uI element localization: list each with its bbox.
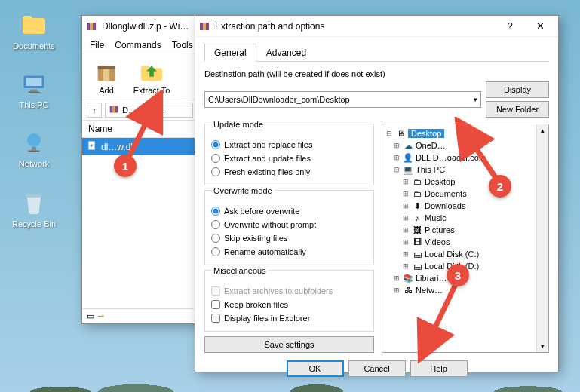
winrar-icon	[198, 20, 210, 32]
menu-tools[interactable]: Tools	[172, 40, 193, 51]
menu-file[interactable]: File	[90, 40, 104, 51]
file-row[interactable]: dl…w.dll	[82, 138, 198, 155]
tree-node-music[interactable]: ⊞♪Music	[384, 212, 547, 224]
destination-path-input[interactable]: C:\Users\DllDownloader_com\Desktop ▾	[204, 91, 481, 108]
desktop-icon-label: Network	[8, 159, 60, 168]
tab-general[interactable]: General	[204, 44, 256, 62]
disk-icon: 🖴	[412, 261, 422, 271]
winrar-titlebar[interactable]: Dllonglw.dll.zip - Wi…	[82, 16, 198, 37]
save-settings-button[interactable]: Save settings	[204, 336, 374, 353]
opt-display-explorer[interactable]: Display files in Explorer	[211, 311, 367, 325]
opt-fresh-only[interactable]: Fresh existing files only	[211, 165, 367, 179]
tool-label: Extract To	[130, 86, 173, 95]
scroll-up-icon[interactable]: ▴	[537, 124, 548, 136]
opt-extract-replace[interactable]: Extract and replace files	[211, 138, 367, 152]
display-button[interactable]: Display	[486, 81, 549, 98]
network-icon: 🖧	[403, 285, 413, 296]
tree-node-thispc[interactable]: ⊟💻This PC	[384, 164, 547, 176]
desktop-icon-documents[interactable]: Documents	[8, 11, 60, 51]
pictures-icon: 🖼	[412, 225, 422, 235]
network-icon	[20, 128, 48, 157]
opt-keep-broken[interactable]: Keep broken files	[211, 298, 367, 311]
opt-no-prompt[interactable]: Overwrite without prompt	[211, 218, 367, 231]
checkbox-input[interactable]	[211, 300, 220, 309]
group-legend: Update mode	[211, 120, 265, 129]
desktop-icon: 🖥	[395, 128, 406, 139]
path-box[interactable]: D…glw.dl…	[105, 103, 193, 118]
desktop-icon-network[interactable]: Network	[8, 128, 60, 168]
radio-input[interactable]	[211, 247, 220, 256]
tree-node-pictures[interactable]: ⊞🖼Pictures	[384, 224, 547, 236]
tree-scrollbar[interactable]: ▴ ▾	[536, 124, 548, 352]
menu-commands[interactable]: Commands	[115, 40, 161, 51]
svg-rect-6	[29, 151, 40, 152]
list-header-name[interactable]: Name	[82, 121, 198, 138]
annotation-3: 3	[447, 264, 469, 286]
group-legend: Miscellaneous	[211, 266, 269, 275]
desktop-icon-label: Recycle Bin	[8, 219, 60, 228]
tool-add[interactable]: Add	[84, 57, 129, 96]
misc-group: Miscellaneous Extract archives to subfol…	[204, 270, 374, 332]
cancel-button[interactable]: Cancel	[348, 360, 406, 377]
winrar-icon	[85, 20, 97, 32]
tab-advanced[interactable]: Advanced	[256, 44, 316, 62]
downloads-icon: ⬇	[412, 201, 422, 211]
svg-rect-9	[90, 23, 93, 30]
folder-icon: 🗀	[412, 188, 422, 199]
up-button[interactable]: ↑	[87, 103, 102, 118]
tree-node-videos[interactable]: ⊞🎞Videos	[384, 236, 547, 248]
tree-node-user[interactable]: ⊞👤DLL D…oader.com	[384, 152, 547, 164]
archive-small-icon	[109, 104, 119, 116]
folder-tree[interactable]: ⊟🖥Desktop ⊞☁OneD… ⊞👤DLL D…oader.com ⊟💻Th…	[382, 124, 549, 353]
overwrite-mode-group: Overwrite mode Ask before overwrite Over…	[204, 190, 374, 265]
chevron-down-icon[interactable]: ▾	[474, 96, 477, 103]
tree-node-desktop[interactable]: ⊟🖥Desktop	[384, 127, 547, 139]
update-mode-group: Update mode Extract and replace files Ex…	[204, 124, 374, 185]
extract-titlebar[interactable]: Extraction path and options ? ✕	[195, 16, 558, 37]
annotation-2: 2	[489, 175, 511, 198]
key-icon: ⊸	[97, 311, 104, 321]
svg-rect-14	[112, 106, 115, 113]
close-button[interactable]: ✕	[525, 17, 555, 35]
path-label: D…glw.dl…	[122, 106, 165, 115]
desktop-icon-thispc[interactable]: This PC	[8, 69, 60, 109]
new-folder-button[interactable]: New Folder	[486, 101, 549, 118]
desktop-icon-label: Documents	[8, 41, 60, 51]
winrar-menubar: File Commands Tools	[82, 37, 198, 54]
extract-title: Extraction path and options	[215, 21, 324, 32]
tree-node-downloads[interactable]: ⊞⬇Downloads	[384, 200, 547, 212]
opt-subfolders: Extract archives to subfolders	[211, 284, 367, 298]
group-legend: Overwrite mode	[211, 186, 275, 195]
opt-extract-update[interactable]: Extract and update files	[211, 152, 367, 165]
radio-input[interactable]	[211, 140, 220, 149]
radio-input[interactable]	[211, 167, 220, 176]
opt-ask-overwrite[interactable]: Ask before overwrite	[211, 204, 367, 218]
checkbox-input[interactable]	[211, 314, 220, 323]
svg-rect-1	[26, 78, 42, 87]
extract-to-icon	[130, 59, 173, 86]
annotation-1: 1	[114, 155, 137, 177]
help-button[interactable]: Help	[410, 360, 468, 377]
opt-rename-auto[interactable]: Rename automatically	[211, 245, 367, 259]
opt-skip-existing[interactable]: Skip existing files	[211, 231, 367, 245]
computer-icon: 💻	[403, 164, 413, 175]
winrar-statusbar: ▭ ⊸	[82, 308, 198, 323]
desktop-icon-recyclebin[interactable]: Recycle Bin	[8, 188, 60, 228]
scroll-down-icon[interactable]: ▾	[537, 340, 548, 352]
radio-input[interactable]	[211, 220, 220, 229]
tree-node-onedrive[interactable]: ⊞☁OneD…	[384, 139, 547, 152]
tree-node-desktop-sub[interactable]: ⊞🗀Desktop	[384, 176, 547, 188]
help-button-icon[interactable]: ?	[495, 17, 525, 35]
radio-input[interactable]	[211, 154, 220, 163]
folder-icon	[20, 11, 48, 39]
tree-node-localc[interactable]: ⊞🖴Local Disk (C:)	[384, 248, 547, 260]
tree-node-documents[interactable]: ⊞🗀Documents	[384, 188, 547, 200]
music-icon: ♪	[412, 213, 422, 223]
ok-button[interactable]: OK	[287, 360, 344, 377]
libraries-icon: 📚	[403, 273, 413, 283]
radio-input[interactable]	[211, 207, 220, 216]
checkbox-input	[211, 286, 220, 296]
svg-point-17	[90, 144, 93, 147]
tool-extract-to[interactable]: Extract To	[129, 57, 174, 96]
radio-input[interactable]	[211, 234, 220, 243]
